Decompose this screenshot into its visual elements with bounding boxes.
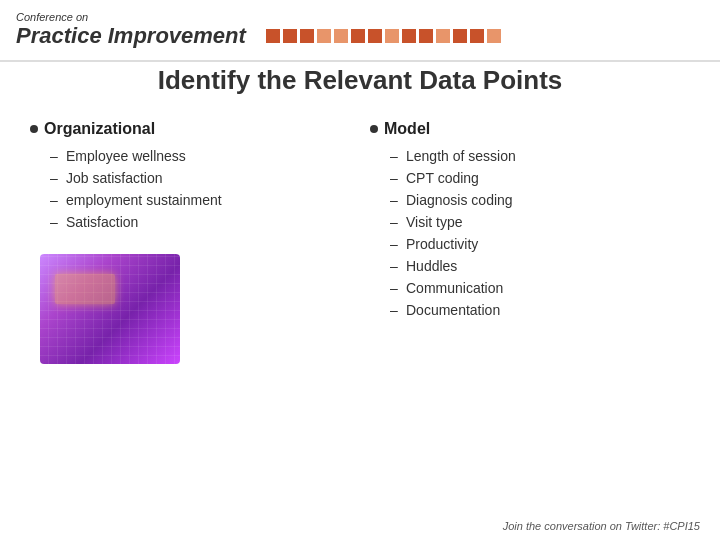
sq8 (385, 29, 399, 43)
sq7 (368, 29, 382, 43)
right-bullet-icon (370, 125, 378, 133)
sq3 (300, 29, 314, 43)
left-column-heading: Organizational (44, 120, 155, 138)
list-item: Productivity (390, 236, 690, 252)
sq13 (470, 29, 484, 43)
conference-line2: Practice Improvement (16, 23, 246, 49)
footer-text: Join the conversation on Twitter: #CPI15 (503, 520, 700, 532)
slide-title: Identify the Relevant Data Points (0, 65, 720, 96)
sq1 (266, 29, 280, 43)
content-area: Organizational Employee wellness Job sat… (30, 120, 690, 500)
header: Conference on Practice Improvement (0, 0, 720, 60)
sq9 (402, 29, 416, 43)
list-item: Communication (390, 280, 690, 296)
header-divider (0, 60, 720, 62)
slide: Conference on Practice Improvement (0, 0, 720, 540)
sq5 (334, 29, 348, 43)
sq2 (283, 29, 297, 43)
logo-squares (266, 29, 501, 43)
list-item: Employee wellness (50, 148, 350, 164)
list-item: Length of session (390, 148, 690, 164)
sq10 (419, 29, 433, 43)
right-column-heading: Model (384, 120, 430, 138)
sq14 (487, 29, 501, 43)
list-item: Job satisfaction (50, 170, 350, 186)
sq12 (453, 29, 467, 43)
circuit-board-image (40, 254, 180, 364)
list-item: Satisfaction (50, 214, 350, 230)
sq4 (317, 29, 331, 43)
list-item: Visit type (390, 214, 690, 230)
right-sub-list: Length of session CPT coding Diagnosis c… (370, 148, 690, 318)
sq11 (436, 29, 450, 43)
left-column-header: Organizational (30, 120, 350, 138)
logo-area: Conference on Practice Improvement (16, 11, 501, 49)
list-item: employment sustainment (50, 192, 350, 208)
left-bullet-icon (30, 125, 38, 133)
conference-line1: Conference on (16, 11, 501, 23)
left-column: Organizational Employee wellness Job sat… (30, 120, 350, 500)
list-item: Documentation (390, 302, 690, 318)
right-column: Model Length of session CPT coding Diagn… (370, 120, 690, 500)
left-sub-list: Employee wellness Job satisfaction emplo… (30, 148, 350, 230)
list-item: Huddles (390, 258, 690, 274)
list-item: CPT coding (390, 170, 690, 186)
sq6 (351, 29, 365, 43)
right-column-header: Model (370, 120, 690, 138)
list-item: Diagnosis coding (390, 192, 690, 208)
